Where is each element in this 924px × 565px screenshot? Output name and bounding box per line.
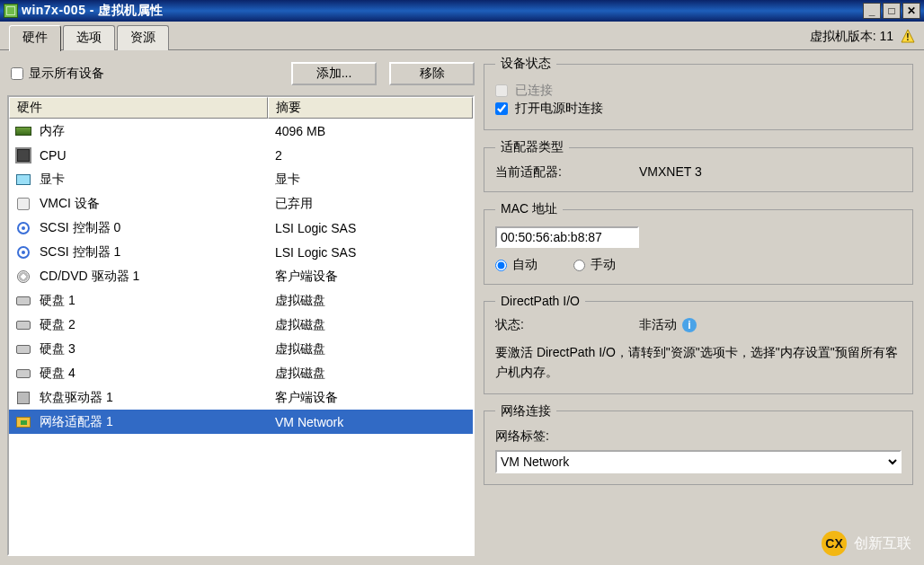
maximize-button[interactable]: □ [883,3,901,19]
directpath-note: 要激活 DirectPath I/O，请转到"资源"选项卡，选择"内存设置"预留… [495,342,902,383]
network-connection-group: 网络连接 网络标签: VM Network [484,403,913,485]
titlebar: win7x-005 - 虚拟机属性 _ □ ✕ [0,0,924,22]
tab-options[interactable]: 选项 [63,25,115,50]
hardware-row[interactable]: 软盘驱动器 1客户端设备 [9,385,473,410]
disk-icon [14,365,32,383]
hardware-name: 硬盘 3 [40,341,268,358]
connected-checkbox [495,84,508,97]
directpath-group: DirectPath I/O 状态: 非活动 i 要激活 DirectPath … [484,294,913,394]
disk-icon [14,316,32,334]
hardware-list: 硬件 摘要 内存4096 MBCPU2显卡显卡VMCI 设备已弃用SCSI 控制… [7,95,475,556]
scsi-icon [14,243,32,261]
disk-icon [14,340,32,358]
add-button[interactable]: 添加... [291,62,377,85]
floppy-icon [14,389,32,407]
hardware-row[interactable]: SCSI 控制器 1LSI Logic SAS [9,240,473,264]
col-hardware[interactable]: 硬件 [9,97,268,119]
warning-icon: ! [901,29,915,43]
mac-manual-label: 手动 [591,257,616,273]
hardware-row[interactable]: 网络适配器 1VM Network [9,410,473,434]
hardware-name: 软盘驱动器 1 [40,390,268,406]
app-icon [4,4,18,18]
right-panel: 设备状态 已连接 打开电源时连接 适配器类型 当前适配器: VMXNET 3 M… [484,56,917,556]
hardware-name: CPU [40,148,268,163]
close-button[interactable]: ✕ [902,3,920,19]
hardware-summary: 虚拟磁盘 [268,341,473,358]
watermark-text: 创新互联 [854,534,911,553]
watermark-logo-icon: CX [822,531,847,556]
hardware-row[interactable]: CPU2 [9,143,473,167]
hardware-summary: 客户端设备 [268,390,473,406]
hardware-summary: 虚拟磁盘 [268,293,473,309]
network-label-text: 网络标签: [495,428,902,445]
mac-manual-row[interactable]: 手动 [573,257,616,273]
hardware-summary: 虚拟磁盘 [268,317,473,333]
cpu-icon [14,146,32,164]
hardware-name: SCSI 控制器 1 [40,244,268,260]
hardware-summary: 客户端设备 [268,269,473,285]
mac-input[interactable] [495,226,639,248]
hardware-row[interactable]: 内存4096 MB [9,119,473,143]
hardware-name: VMCI 设备 [40,196,268,212]
mac-address-group: MAC 地址 自动 手动 [484,201,913,285]
hardware-name: SCSI 控制器 0 [40,220,268,236]
network-label-select[interactable]: VM Network [495,450,902,473]
disk-icon [14,292,32,310]
vm-version-label: 虚拟机版本: 11 [810,29,893,45]
netconn-legend: 网络连接 [495,403,556,419]
cd-icon [14,268,32,286]
vmci-icon [14,195,32,213]
hardware-summary: VM Network [268,415,473,429]
window-title: win7x-005 - 虚拟机属性 [22,3,863,19]
hardware-row[interactable]: SCSI 控制器 0LSI Logic SAS [9,216,473,240]
list-body[interactable]: 内存4096 MBCPU2显卡显卡VMCI 设备已弃用SCSI 控制器 0LSI… [9,119,473,554]
mac-auto-row[interactable]: 自动 [495,257,538,273]
mac-auto-label: 自动 [512,257,538,273]
hardware-name: 内存 [40,123,268,139]
directpath-status-value: 非活动 [639,317,677,333]
hardware-name: 网络适配器 1 [40,414,268,430]
current-adapter-label: 当前适配器: [495,164,639,181]
net-icon [14,413,32,431]
tab-hardware[interactable]: 硬件 [9,25,61,51]
hardware-summary: LSI Logic SAS [268,221,473,235]
connect-on-power-checkbox[interactable] [495,102,508,115]
tabsbar: 硬件 选项 资源 虚拟机版本: 11 ! [0,22,924,50]
memory-icon [14,122,32,140]
current-adapter-value: VMXNET 3 [639,164,702,181]
info-icon[interactable]: i [682,318,697,332]
hardware-summary: 已弃用 [268,196,473,212]
left-panel: 显示所有设备 添加... 移除 硬件 摘要 内存4096 MBCPU2显卡显卡V… [7,56,475,556]
mac-auto-radio[interactable] [495,260,507,271]
hardware-name: 硬盘 4 [40,366,268,382]
mac-manual-radio[interactable] [573,260,585,271]
hardware-row[interactable]: CD/DVD 驱动器 1客户端设备 [9,264,473,288]
directpath-status-label: 状态: [495,317,639,333]
minimize-button[interactable]: _ [863,3,881,19]
mac-legend: MAC 地址 [495,201,563,217]
show-all-devices-row[interactable]: 显示所有设备 [11,66,279,82]
hardware-name: 硬盘 2 [40,317,268,333]
window-buttons: _ □ ✕ [863,3,920,19]
svg-text:!: ! [906,32,909,42]
hardware-row[interactable]: VMCI 设备已弃用 [9,191,473,216]
col-summary[interactable]: 摘要 [268,97,473,119]
hardware-summary: 虚拟磁盘 [268,366,473,382]
hardware-row[interactable]: 硬盘 4虚拟磁盘 [9,361,473,385]
hardware-row[interactable]: 显卡显卡 [9,167,473,191]
hardware-row[interactable]: 硬盘 1虚拟磁盘 [9,288,473,313]
scsi-icon [14,219,32,237]
show-all-devices-checkbox[interactable] [11,67,23,80]
directpath-legend: DirectPath I/O [495,294,585,308]
watermark: CX 创新互联 [822,531,911,556]
device-status-legend: 设备状态 [495,56,556,72]
video-icon [14,171,32,189]
hardware-summary: 2 [268,148,473,163]
remove-button[interactable]: 移除 [389,62,475,85]
hardware-row[interactable]: 硬盘 2虚拟磁盘 [9,313,473,337]
show-all-devices-label: 显示所有设备 [29,66,104,82]
hardware-summary: 显卡 [268,172,473,188]
list-header: 硬件 摘要 [9,97,473,119]
hardware-row[interactable]: 硬盘 3虚拟磁盘 [9,337,473,361]
tab-resources[interactable]: 资源 [117,25,169,50]
